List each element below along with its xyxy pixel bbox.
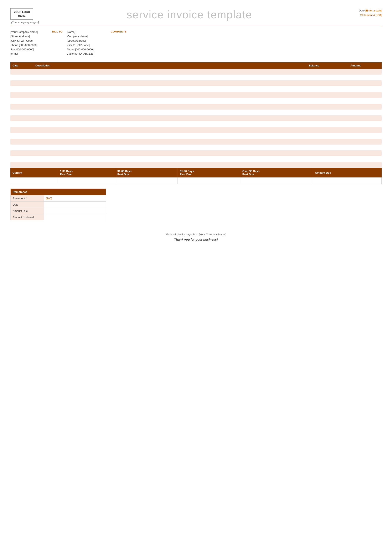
cell-date (10, 98, 33, 104)
cell-amount (348, 162, 382, 168)
cell-date (10, 139, 33, 145)
remittance-section: Remittance Statement # [100] Date Amount… (10, 189, 106, 220)
cell-desc (33, 139, 307, 145)
remittance-table: Remittance Statement # [100] Date Amount… (10, 189, 106, 220)
cell-balance (307, 115, 348, 121)
table-body (10, 69, 382, 168)
table-row (10, 98, 382, 104)
cell-desc (33, 145, 307, 150)
cell-amount (348, 150, 382, 156)
remittance-statement-row: Statement # [100] (11, 195, 106, 201)
remittance-amount-enclosed-label: Amount Enclosed (11, 214, 44, 220)
cell-amount (348, 69, 382, 75)
logo-line2: HERE (18, 14, 25, 17)
cell-amount (348, 156, 382, 162)
cell-date (10, 133, 33, 139)
cell-date (10, 69, 33, 75)
cell-amount (348, 104, 382, 110)
company-city: [City, ST ZIP Code (10, 39, 52, 43)
table-row (10, 133, 382, 139)
cell-date (10, 162, 33, 168)
logo-slogan-area: YOUR LOGO HERE [Your company slogan] (10, 8, 39, 24)
bill-to-label: BILL TO (52, 30, 62, 56)
cell-balance (307, 145, 348, 150)
company-slogan: [Your company slogan] (11, 21, 39, 24)
cell-balance (307, 110, 348, 115)
cell-desc (33, 115, 307, 121)
bill-to-block: BILL TO [Name] [Company Name] [Street Ad… (52, 30, 111, 56)
cell-amount (348, 121, 382, 127)
cell-desc (33, 69, 307, 75)
cell-date (10, 104, 33, 110)
summary-31-60-value (115, 177, 178, 184)
cell-desc (33, 110, 307, 115)
main-table: Date Description Balance Amount (10, 62, 382, 168)
company-phone: Phone [000-000-0000] (10, 43, 52, 47)
cell-date (10, 80, 33, 86)
summary-over90-value (240, 177, 313, 184)
table-row (10, 75, 382, 80)
cell-date (10, 75, 33, 80)
cell-desc (33, 127, 307, 133)
table-row (10, 104, 382, 110)
cell-balance (307, 156, 348, 162)
table-row (10, 150, 382, 156)
main-title: service invoice template (39, 8, 340, 21)
page-header: YOUR LOGO HERE [Your company slogan] ser… (10, 8, 382, 24)
top-divider (10, 26, 382, 26)
comments-label: COMMENTS (111, 30, 126, 33)
remittance-date-value (44, 201, 106, 208)
company-email: [e-mail] (10, 52, 52, 56)
company-street: [Street Address] (10, 34, 52, 39)
bt-customer-id: Customer ID [ABC123] (67, 52, 94, 56)
header-description: Description (33, 62, 307, 69)
cell-balance (307, 69, 348, 75)
cell-date (10, 127, 33, 133)
cell-desc (33, 156, 307, 162)
cell-balance (307, 75, 348, 80)
cell-balance (307, 127, 348, 133)
cell-desc (33, 133, 307, 139)
table-row (10, 156, 382, 162)
table-row (10, 139, 382, 145)
remittance-date-label: Date (11, 201, 44, 208)
remittance-date-row: Date (11, 201, 106, 208)
table-row (10, 110, 382, 115)
date-label: Date (359, 9, 365, 12)
summary-header-1-30: 1-30 DaysPast Due (58, 168, 115, 177)
cell-desc (33, 162, 307, 168)
cell-amount (348, 75, 382, 80)
table-row (10, 92, 382, 98)
remittance-amount-due-row: Amount Due (11, 208, 106, 214)
cell-desc (33, 98, 307, 104)
cell-desc (33, 121, 307, 127)
summary-header-amount-due: Amount Due (313, 168, 381, 177)
cell-balance (307, 162, 348, 168)
thank-you-text: Thank you for your business! (10, 238, 382, 241)
remittance-amount-due-value (44, 208, 106, 214)
table-row (10, 115, 382, 121)
bt-phone: Phone [000-000-0000] (67, 47, 94, 52)
summary-current-value (10, 177, 58, 184)
bt-company: [Company Name] (67, 34, 94, 39)
cell-balance (307, 86, 348, 92)
cell-date (10, 86, 33, 92)
cell-balance (307, 98, 348, 104)
cell-balance (307, 104, 348, 110)
summary-1-30-value (58, 177, 115, 184)
summary-header-over-90: Over 90 DaysPast Due (240, 168, 313, 177)
cell-balance (307, 121, 348, 127)
page-footer: Make all checks payable to [Your Company… (10, 233, 382, 241)
bt-name: [Name] (67, 30, 94, 34)
cell-desc (33, 75, 307, 80)
cell-amount (348, 127, 382, 133)
cell-desc (33, 80, 307, 86)
cell-date (10, 110, 33, 115)
header-amount: Amount (348, 62, 382, 69)
statement-label: Statement # (360, 14, 375, 17)
cell-amount (348, 139, 382, 145)
cell-amount (348, 86, 382, 92)
remittance-header-row: Remittance (11, 189, 106, 195)
summary-61-90-value (178, 177, 240, 184)
bill-to-address: [Name] [Company Name] [Street Address] [… (67, 30, 94, 56)
